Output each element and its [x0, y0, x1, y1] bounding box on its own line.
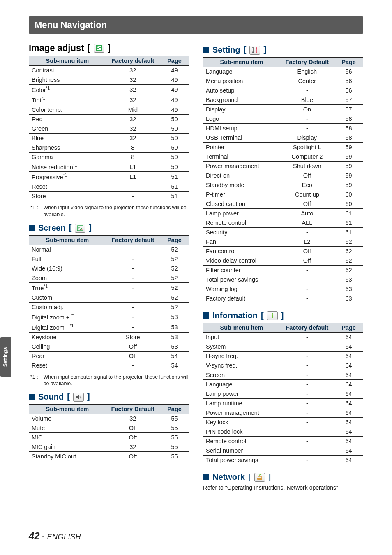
cell-name: Color*1	[29, 85, 106, 95]
cell-page: 58	[334, 124, 363, 133]
table-image-adjust: Sub-menu item Factory default Page Contr…	[29, 56, 189, 201]
network-note: Refer to "Operating Instructions, Networ…	[203, 484, 363, 491]
cell-factory-default: Off	[106, 452, 160, 461]
heading-image-adjust: Image adjust [ ]	[29, 43, 189, 53]
cell-name: Custom adj.	[29, 302, 106, 312]
cell-name: Red	[29, 114, 106, 124]
cell-page: 64	[334, 361, 363, 370]
footnote-label: *1 :	[30, 204, 42, 211]
cell-factory-default: -	[106, 312, 160, 322]
cell-name: System	[203, 342, 280, 352]
cell-name: Noise reduction*1	[29, 162, 106, 172]
cell-factory-default: 8	[106, 143, 160, 152]
table-row: Digital zoom + *1-53	[29, 312, 189, 322]
table-row: Store-51	[29, 192, 189, 201]
cell-name: Screen	[203, 370, 280, 380]
cell-name: Menu position	[203, 76, 280, 86]
cell-factory-default: -	[280, 389, 334, 399]
cell-page: 62	[334, 237, 363, 247]
cell-page: 64	[334, 446, 363, 456]
table-row: Logo-58	[203, 114, 363, 124]
cell-factory-default: 32	[106, 442, 160, 452]
table-row: MIC gain3255	[29, 442, 189, 452]
svg-point-8	[272, 313, 273, 314]
table-row: Tint*13249	[29, 95, 189, 105]
tbody-screen: Normal-52Full-52Wide (16:9)-52Zoom-52Tru…	[29, 245, 189, 370]
cell-name: Language	[203, 67, 280, 76]
svg-rect-4	[97, 49, 101, 50]
table-row: KeystoneStore53	[29, 332, 189, 342]
square-bullet-icon	[203, 47, 209, 53]
cell-name: Remote control	[203, 218, 280, 228]
cell-factory-default: Off	[280, 171, 334, 180]
cell-factory-default: -	[106, 283, 160, 293]
heading-network: Network [ ]	[203, 472, 363, 482]
cell-name: Blue	[29, 133, 106, 143]
screen-icon	[75, 224, 85, 233]
cell-name: MIC	[29, 433, 106, 442]
table-row: Standby MIC outOff55	[29, 452, 189, 461]
cell-page: 61	[334, 209, 363, 218]
cell-page: 60	[334, 199, 363, 209]
cell-name: Standby MIC out	[29, 452, 106, 461]
cell-page: 59	[334, 162, 363, 171]
page-number-lang: ENGLISH	[47, 533, 81, 541]
cell-factory-default: -	[280, 124, 334, 133]
cell-name: Video delay control	[203, 256, 280, 266]
cell-factory-default: -	[280, 427, 334, 437]
cell-name: Fan control	[203, 247, 280, 256]
table-row: Brightness3249	[29, 75, 189, 85]
cell-factory-default: -	[280, 437, 334, 446]
table-row: FanL262	[203, 237, 363, 247]
table-row: Remote controlALL61	[203, 218, 363, 228]
bracket-open: [	[69, 223, 72, 233]
cell-factory-default: 8	[106, 152, 160, 162]
cell-name: Digital zoom - *1	[29, 322, 106, 332]
sound-icon	[73, 393, 84, 402]
table-row: Zoom-52	[29, 273, 189, 283]
cell-page: 64	[334, 408, 363, 418]
cell-name: True*1	[29, 283, 106, 293]
cell-page: 51	[160, 192, 189, 201]
table-row: Remote control-64	[203, 437, 363, 446]
cell-name: Reset	[29, 182, 106, 192]
cell-page: 50	[160, 152, 189, 162]
col-page: Page	[160, 56, 189, 66]
col-page: Page	[160, 236, 189, 245]
table-row: Power managementShut down59	[203, 162, 363, 171]
cell-name: Fan	[203, 237, 280, 247]
cell-name: V-sync freq.	[203, 361, 280, 370]
table-row: P-timerCount up60	[203, 190, 363, 199]
cell-factory-default: -	[106, 302, 160, 312]
superscript: *1	[46, 86, 50, 90]
cell-page: 52	[160, 273, 189, 283]
right-column: Setting [ ] Sub-menu item Factory Defaul…	[203, 41, 363, 491]
col-submenu: Sub-menu item	[29, 405, 106, 414]
superscript: *1	[73, 163, 77, 168]
cell-page: 55	[160, 452, 189, 461]
cell-factory-default: 32	[106, 133, 160, 143]
cell-name: Serial number	[203, 446, 280, 456]
tbody-information: Input-64System-64H-sync freq.-64V-sync f…	[203, 333, 363, 465]
cell-name: Lamp runtime	[203, 399, 280, 408]
col-page: Page	[160, 405, 189, 414]
superscript: *1	[42, 96, 46, 101]
cell-factory-default: Blue	[280, 95, 334, 105]
table-row: BackgroundBlue57	[203, 95, 363, 105]
cell-page: 50	[160, 124, 189, 133]
cell-page: 53	[160, 342, 189, 351]
heading-text: Screen	[38, 223, 66, 233]
cell-name: Factory default	[203, 294, 280, 303]
cell-name: Custom	[29, 293, 106, 302]
cell-page: 64	[334, 427, 363, 437]
cell-page: 59	[334, 180, 363, 190]
bracket-open: [	[261, 311, 264, 320]
cell-page: 59	[334, 171, 363, 180]
cell-name: Green	[29, 124, 106, 133]
table-row: Normal-52	[29, 245, 189, 254]
table-row: Noise reduction*1L150	[29, 162, 189, 172]
cell-page: 53	[160, 312, 189, 322]
cell-page: 64	[334, 399, 363, 408]
cell-name: Remote control	[203, 437, 280, 446]
table-row: HDMI setup-58	[203, 124, 363, 133]
